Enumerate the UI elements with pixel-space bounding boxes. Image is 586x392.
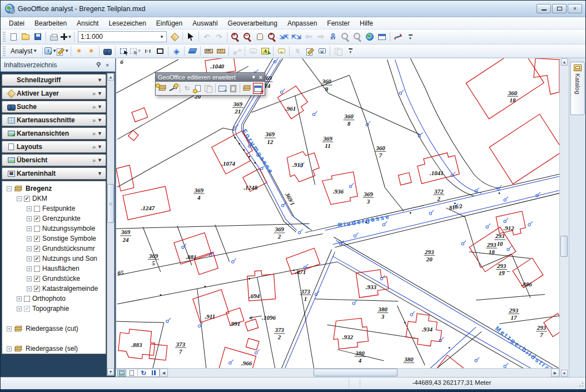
speech-lines-icon[interactable] (316, 45, 328, 57)
tree-item-orthophoto[interactable]: +Orthophoto (3, 294, 106, 304)
zoom-out-icon[interactable]: − (241, 31, 254, 43)
scroll-left-icon[interactable]: ◀ (160, 369, 168, 377)
expand-icon[interactable]: + (7, 346, 12, 351)
chevron-down-icon[interactable]: ▼ (97, 171, 102, 176)
comment-tool-icon[interactable] (275, 45, 287, 57)
select-by-graphics-icon[interactable] (117, 45, 130, 57)
attribute-table-icon[interactable] (217, 83, 227, 94)
chevrons-icon[interactable]: » (92, 117, 96, 123)
layers-stack-icon[interactable] (242, 83, 252, 94)
chevron-down-icon[interactable]: ▼ (97, 77, 102, 83)
go-to-xy-icon[interactable]: XY (327, 31, 339, 43)
ruler-icon[interactable] (215, 45, 227, 57)
expand-icon[interactable]: + (27, 246, 32, 251)
sidebar-item-bersicht[interactable]: Übersicht»▼ (2, 154, 106, 166)
edit-layers-icon[interactable] (157, 83, 167, 94)
measure-distance-icon[interactable]: I·I (142, 45, 154, 57)
checkbox-unchecked[interactable] (34, 266, 40, 272)
scroll-up-icon[interactable]: ▲ (561, 58, 568, 66)
edit-node-icon[interactable] (168, 83, 178, 94)
analyst-menu-button[interactable]: Analyst▼ (7, 46, 41, 56)
minimize-button[interactable] (537, 4, 551, 13)
collapse-icon[interactable]: − (17, 196, 22, 201)
compass-tool-icon[interactable]: ◈ (170, 45, 182, 57)
search-binoculars-icon[interactable] (101, 45, 113, 57)
fixed-zoom-in-icon[interactable]: ⇲⇱ (278, 31, 290, 43)
expand-icon[interactable]: + (27, 256, 32, 261)
checkbox-unchecked[interactable] (34, 206, 40, 212)
expand-icon[interactable]: + (17, 306, 22, 311)
zoom-in-icon[interactable]: + (229, 31, 241, 43)
select-arrow-icon[interactable] (185, 31, 197, 43)
sidebar-item-suche[interactable]: Suche»▼ (2, 101, 106, 113)
toolbar-overflow-2-icon[interactable]: ▾ (344, 45, 356, 57)
tree-item-katastralgemeinde[interactable]: +✓Katastralgemeinde (3, 284, 106, 294)
menu-ansicht[interactable]: Ansicht (72, 18, 103, 28)
chevron-down-icon[interactable]: ▼ (97, 144, 102, 150)
tree-item-dkm[interactable]: −✓DKM (3, 193, 106, 204)
sidebar-item-karteninhalt[interactable]: Karteninhalt▼ (2, 167, 106, 180)
toolbar-grip[interactable] (3, 46, 6, 56)
sidebar-item-schnellzugriff[interactable]: Schnellzugriff▼ (2, 74, 106, 86)
tree-item-nutzungssymbole[interactable]: +Nutzungssymbole (3, 224, 106, 234)
checkbox-checked[interactable]: ✓ (34, 246, 40, 252)
checkbox-checked[interactable]: ✓ (34, 256, 40, 262)
checkbox-checked[interactable]: ✓ (34, 216, 40, 222)
chevron-down-icon[interactable]: ▼ (97, 117, 102, 123)
chevron-down-icon[interactable]: ▼ (97, 104, 102, 110)
expand-icon[interactable]: + (27, 276, 32, 281)
layout-view-button[interactable] (127, 370, 136, 376)
menu-geoverarbeitung[interactable]: Geoverarbeitung (223, 18, 282, 28)
chevron-down-icon[interactable]: ▼ (97, 91, 102, 96)
tree-item-sonstigesymbole[interactable]: +✓Sonstige Symbole (3, 234, 106, 244)
scrollbar-thumb[interactable] (560, 236, 568, 257)
scroll-up-icon[interactable]: ▲ (107, 73, 114, 81)
pan-hand-icon[interactable] (254, 31, 266, 43)
menu-einfgen[interactable]: Einfügen (151, 18, 187, 28)
pause-drawing-button[interactable] (149, 370, 158, 376)
close-button[interactable]: × (568, 4, 582, 13)
menu-lesezeichen[interactable]: Lesezeichen (103, 18, 151, 28)
add-point-1-icon[interactable]: ✶ (73, 45, 85, 57)
layer-edit-icon[interactable]: ▼ (57, 45, 69, 57)
menu-anpassen[interactable]: Anpassen (282, 18, 322, 28)
zoom-extent-active-icon[interactable]: ↗ (253, 83, 263, 94)
map-canvas[interactable]: 3691436093692136083691236911360183607369… (116, 58, 559, 368)
note-edit-icon[interactable] (304, 45, 316, 57)
tree-item-riedergassesel[interactable]: +Riedergasse (sel) (3, 344, 106, 354)
chevron-down-icon[interactable]: ▼ (97, 131, 102, 136)
horizontal-scrollbar[interactable] (168, 369, 551, 377)
toolbar-overflow-icon[interactable]: ▾ (404, 31, 416, 43)
expand-icon[interactable]: + (27, 206, 32, 211)
new-document-icon[interactable] (7, 31, 19, 43)
label-tool-icon[interactable]: A (259, 45, 271, 57)
checkbox-checked[interactable]: ✓ (24, 196, 30, 202)
layer-info-icon[interactable]: i▼ (44, 45, 57, 57)
area-tool-icon[interactable] (186, 45, 198, 57)
scrollbar-thumb[interactable] (107, 184, 114, 223)
scroll-down-icon[interactable]: ▼ (107, 368, 114, 375)
data-view-button[interactable] (117, 370, 126, 376)
sidebar-item-layouts[interactable]: Layouts»▼ (2, 141, 106, 153)
tree-item-nutzungsundson[interactable]: +✓Nutzungs und Son (3, 254, 106, 264)
chevrons-icon[interactable]: » (92, 103, 96, 110)
expand-icon[interactable]: + (27, 286, 32, 291)
checkbox-unchecked[interactable] (34, 226, 40, 232)
tree-item-riedergassecut[interactable]: +Riedergasse (cut) (3, 324, 106, 334)
vertical-scrollbar[interactable]: ▲ ▼ (559, 58, 569, 377)
pin-icon[interactable]: ⚲ (94, 61, 103, 70)
checkbox-checked[interactable]: ✓ (34, 276, 40, 282)
tab-katalog[interactable]: Katalog (570, 62, 585, 115)
snapping-icon[interactable] (392, 31, 404, 43)
chevrons-icon[interactable]: » (92, 130, 96, 137)
expand-icon[interactable]: + (7, 326, 12, 331)
extent-rectangle-icon[interactable] (154, 45, 166, 57)
chevrons-icon[interactable]: » (92, 157, 96, 163)
checkbox-checked[interactable]: ✓ (34, 236, 40, 242)
chevrons-icon[interactable]: » (92, 90, 96, 97)
tree-item-festpunkte[interactable]: +Festpunkte (3, 204, 106, 214)
tree-item-hausflchen[interactable]: +Hausflächen (3, 264, 106, 274)
close-icon[interactable]: × (259, 74, 262, 81)
print-icon[interactable] (48, 31, 60, 43)
chevron-down-icon[interactable]: ▼ (97, 157, 102, 163)
